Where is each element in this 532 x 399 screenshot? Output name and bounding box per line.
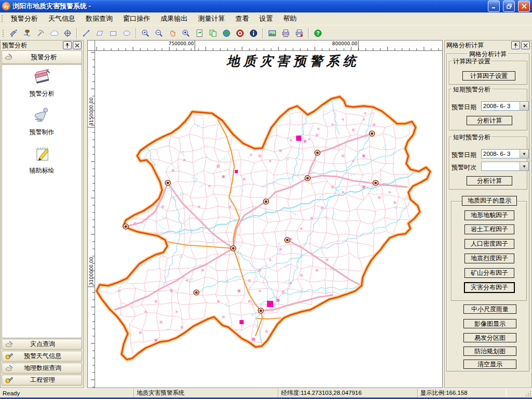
group-label: 短时预警分析 (451, 133, 492, 142)
right-panel-header: 网格分析计算 (445, 41, 531, 50)
menu-weather-info[interactable]: 天气信息 (43, 12, 81, 25)
terrain-factor-button[interactable]: 地形地貌因子 (464, 210, 514, 220)
pin-icon[interactable] (63, 41, 72, 49)
bar-geo-data-query[interactable]: 地理数据查询 (2, 363, 82, 374)
left-panel-title: 预警分析 (2, 41, 62, 50)
toolbar-gripper (2, 29, 4, 37)
warn-session-label: 预警时次 (451, 163, 476, 172)
hammer-icon[interactable] (21, 27, 33, 39)
left-splitter[interactable] (84, 40, 87, 388)
left-item-label: 预警分析 (30, 89, 55, 98)
short-time-analyze-button[interactable]: 分析计算 (467, 176, 512, 185)
short-time-session-combo[interactable]: ▼ (481, 162, 529, 171)
left-panel: 预警分析 预警分析 预警分析 预警制作 辅助标绘 (0, 40, 84, 388)
zoom-in-icon[interactable] (139, 27, 152, 39)
geotech-factor-button[interactable]: 岩土工程因子 (464, 224, 514, 234)
map-canvas[interactable]: 地质灾害预警系统 (95, 51, 442, 388)
hand-pen-icon (5, 365, 14, 371)
left-item-warning-making[interactable]: 预警制作 (30, 107, 55, 137)
short-time-date-combo[interactable]: 2008- 6- 3 ▼ (481, 149, 529, 158)
menu-warning-analysis[interactable]: 预警分析 (6, 12, 43, 25)
rect-icon[interactable] (107, 27, 119, 39)
hand-pen-icon (4, 53, 14, 62)
menu-results-output[interactable]: 成果输出 (155, 12, 193, 25)
menu-window-ops[interactable]: 窗口操作 (118, 12, 155, 25)
clear-display-button[interactable]: 清空显示 (463, 360, 516, 369)
warn-date-label: 预警日期 (451, 151, 476, 159)
bar-disaster-point-query[interactable]: 灾点查询 (2, 339, 82, 350)
restore-button[interactable] (503, 1, 515, 12)
toolbar-separator (308, 28, 309, 38)
printer-icon[interactable] (280, 27, 292, 39)
notebook-icon (33, 68, 51, 87)
pan-hand-icon[interactable] (166, 27, 179, 39)
copy-icon[interactable] (207, 27, 219, 39)
mine-factor-button[interactable]: 矿山分布因子 (464, 268, 514, 278)
short-term-analyze-button[interactable]: 分析计算 (467, 116, 512, 125)
ruler-corner (88, 41, 95, 51)
menu-view[interactable]: 查看 (230, 12, 254, 25)
refresh-icon[interactable] (193, 27, 206, 39)
geo-factor-display-button[interactable]: 地质因子的显示 (462, 196, 517, 206)
imagery-button[interactable]: 影像图显示 (463, 319, 516, 328)
target-icon[interactable] (61, 27, 74, 39)
zoom-out-icon[interactable] (153, 27, 165, 39)
status-system-name: 地质灾害预警系统 (134, 389, 278, 397)
help-icon[interactable]: ? (312, 27, 324, 39)
menubar: 预警分析 天气信息 数据查询 窗口操作 成果输出 测量计算 查看 设置 帮助 (0, 12, 532, 25)
left-item-aux-plot[interactable]: 辅助标绘 (30, 145, 55, 175)
susceptibility-map-button[interactable]: 易发分区图 (463, 333, 516, 342)
info-icon[interactable] (247, 27, 260, 39)
left-item-label: 辅助标绘 (30, 166, 55, 175)
titlebar: dy 浏阳市地质灾害预警系统 - (0, 0, 532, 12)
cloud-icon[interactable] (48, 27, 60, 39)
minimize-button[interactable] (488, 1, 500, 12)
ellipse-icon[interactable] (121, 27, 133, 39)
stop-icon[interactable] (234, 27, 246, 39)
menu-measure-calc[interactable]: 测量计算 (193, 12, 230, 25)
group-label: 计算因子设置 (451, 57, 492, 66)
short-term-date-combo[interactable]: 2008- 6- 3 ▼ (481, 101, 529, 111)
satellite-icon[interactable] (7, 27, 20, 39)
toolbar: ? (0, 25, 532, 41)
globe-icon[interactable] (220, 27, 233, 39)
prevention-plan-button[interactable]: 防治规划图 (463, 347, 516, 356)
pick-icon[interactable] (34, 27, 47, 39)
chevron-down-icon[interactable]: ▼ (520, 150, 528, 158)
right-panel-title: 网格分析计算 (446, 41, 510, 50)
maker-tool-icon (33, 107, 51, 126)
main-area: 预警分析 预警分析 预警分析 预警制作 辅助标绘 (0, 40, 532, 388)
image-icon[interactable] (266, 27, 278, 39)
left-panel-header: 预警分析 (1, 41, 83, 50)
close-panel-icon[interactable] (521, 41, 530, 49)
left-item-warning-analysis[interactable]: 预警分析 (30, 68, 55, 98)
resize-grip[interactable] (525, 390, 532, 397)
line-icon[interactable] (80, 27, 92, 39)
window-title: 浏阳市地质灾害预警系统 - (12, 2, 485, 11)
bar-warning-weather-info[interactable]: 预警天气信息 (2, 351, 82, 362)
vertical-ruler: 3150000.003100000.00 (88, 51, 95, 388)
chevron-down-icon[interactable]: ▼ (520, 102, 528, 110)
right-panel: 网格分析计算 网格分析计算 计算因子设置 计算因子设置 短期预警分析 预警日期 … (444, 40, 532, 388)
toolbar-separator (262, 28, 263, 38)
close-panel-icon[interactable] (73, 41, 82, 49)
calc-factor-settings-button[interactable]: 计算因子设置 (462, 71, 515, 81)
rainfall-button[interactable]: 中小尺度雨量 (463, 304, 516, 314)
printer-red-icon[interactable] (293, 27, 305, 39)
population-factor-button[interactable]: 人口密度因子 (464, 239, 514, 249)
bar-label: 灾点查询 (16, 340, 82, 349)
zoom-sel-icon[interactable] (180, 27, 192, 39)
menubar-gripper (1, 15, 3, 23)
status-scale: 显示比例:166.158 (418, 389, 506, 397)
menu-help[interactable]: 帮助 (278, 12, 302, 25)
menu-data-query[interactable]: 数据查询 (81, 12, 118, 25)
bar-project-management[interactable]: 工程管理 (2, 375, 82, 385)
menu-settings[interactable]: 设置 (254, 12, 278, 25)
chevron-down-icon[interactable]: ▼ (520, 162, 528, 170)
seismic-factor-button[interactable]: 地震烈度因子 (464, 254, 514, 263)
left-section-header[interactable]: 预警分析 (2, 50, 82, 64)
pin-icon[interactable] (511, 41, 520, 49)
disaster-factor-button[interactable]: 灾害分布因子 (464, 282, 515, 293)
polygon-icon[interactable] (94, 27, 106, 39)
close-button[interactable] (518, 1, 530, 12)
